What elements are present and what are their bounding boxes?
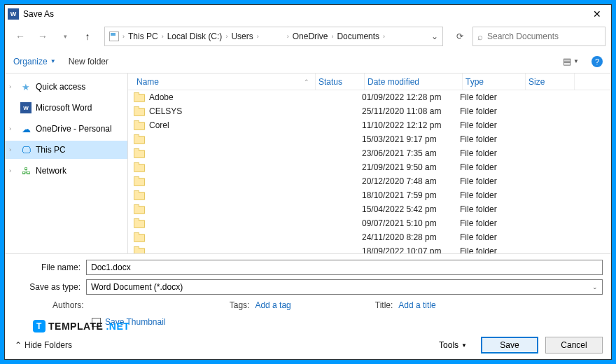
qa-icon: ★ — [20, 81, 31, 92]
file-date: 24/11/2020 8:28 pm — [362, 232, 460, 242]
file-type: File folder — [460, 232, 523, 242]
folder-icon — [134, 148, 145, 158]
sidebar-item-microsoft-word[interactable]: WMicrosoft Word — [5, 99, 127, 117]
organize-label: Organize — [13, 57, 48, 66]
save-type-select[interactable]: Word Document (*.docx) ⌄ — [86, 279, 603, 295]
word-icon: W — [20, 102, 31, 113]
watermark-icon: T — [33, 320, 46, 332]
chevron-down-icon: ⌄ — [592, 284, 598, 290]
file-row[interactable]: 18/10/2021 7:59 pmFile folder — [128, 188, 611, 202]
folder-icon — [134, 120, 145, 130]
col-status[interactable]: Status — [316, 74, 365, 90]
save-type-label: Save as type: — [15, 282, 86, 292]
sidebar-item-label: This PC — [36, 145, 66, 155]
nav-row: ← → ▾ ↑ › This PC› Local Disk (C:)› User… — [5, 23, 611, 50]
col-date[interactable]: Date modified — [365, 74, 463, 90]
breadcrumb-bar[interactable]: › This PC› Local Disk (C:)› Users› › One… — [104, 27, 443, 46]
folder-icon — [134, 232, 145, 242]
help-icon[interactable]: ? — [592, 56, 603, 67]
search-box[interactable]: ⌕ — [472, 27, 606, 46]
sort-asc-icon: ⌃ — [304, 78, 309, 85]
folder-icon — [134, 218, 145, 228]
file-type: File folder — [460, 204, 523, 214]
breadcrumb-this-pc[interactable]: This PC — [128, 31, 158, 41]
bottom-panel: File name: Save as type: Word Document (… — [5, 253, 611, 359]
file-date: 21/09/2021 9:50 am — [362, 162, 460, 172]
file-date: 15/04/2022 5:42 pm — [362, 204, 460, 214]
expand-icon: › — [9, 83, 16, 90]
col-name[interactable]: Name⌃ — [134, 74, 316, 90]
col-type[interactable]: Type — [463, 74, 526, 90]
recent-chevron-icon[interactable]: ▾ — [55, 27, 75, 46]
close-icon[interactable]: ✕ — [586, 8, 608, 20]
sidebar-item-quick-access[interactable]: ›★Quick access — [5, 78, 127, 96]
tools-menu[interactable]: Tools ▼ — [439, 340, 467, 350]
file-name-input[interactable] — [86, 260, 603, 275]
chevron-down-icon: ▼ — [50, 58, 56, 64]
file-date: 23/06/2021 7:35 am — [362, 148, 460, 158]
breadcrumb-documents[interactable]: Documents — [337, 31, 379, 41]
folder-icon — [134, 106, 145, 116]
nav-forward-icon[interactable]: → — [33, 27, 52, 46]
file-row[interactable]: CELSYS25/11/2020 11:08 amFile folder — [128, 104, 611, 118]
folder-icon — [134, 246, 145, 253]
file-row[interactable]: Corel11/10/2022 12:12 pmFile folder — [128, 118, 611, 132]
save-type-value: Word Document (*.docx) — [91, 282, 183, 292]
file-date: 15/03/2021 9:17 pm — [362, 134, 460, 144]
file-row[interactable]: Adobe01/09/2022 12:28 pmFile folder — [128, 90, 611, 104]
nav-back-icon[interactable]: ← — [10, 27, 30, 46]
folder-icon — [134, 204, 145, 214]
net-icon: 🖧 — [20, 165, 31, 176]
file-row[interactable]: 09/07/2021 5:10 pmFile folder — [128, 216, 611, 230]
file-date: 18/10/2021 7:59 pm — [362, 190, 460, 200]
file-type: File folder — [460, 176, 523, 186]
file-date: 01/09/2022 12:28 pm — [362, 92, 460, 102]
file-row[interactable]: 18/09/2022 10:07 pmFile folder — [128, 244, 611, 253]
file-date: 20/12/2020 7:48 am — [362, 176, 460, 186]
add-title-link[interactable]: Add a title — [398, 300, 435, 310]
expand-icon: › — [9, 146, 16, 153]
sidebar-item-this-pc[interactable]: ›🖵This PC — [5, 141, 127, 159]
file-row[interactable]: 15/04/2022 5:42 pmFile folder — [128, 202, 611, 216]
file-type: File folder — [460, 246, 523, 253]
sidebar-item-network[interactable]: ›🖧Network — [5, 162, 127, 180]
breadcrumb-onedrive[interactable]: OneDrive — [293, 31, 328, 41]
breadcrumb-users[interactable]: Users — [231, 31, 253, 41]
hide-folders-button[interactable]: ⌃ Hide Folders — [15, 340, 72, 350]
file-name-label: File name: — [15, 262, 86, 272]
folder-icon — [134, 162, 145, 172]
sidebar-item-onedrive-personal[interactable]: ›☁OneDrive - Personal — [5, 120, 127, 138]
breadcrumb-drive[interactable]: Local Disk (C:) — [167, 31, 223, 41]
col-size[interactable]: Size — [526, 74, 575, 90]
file-type: File folder — [460, 92, 523, 102]
search-input[interactable] — [487, 31, 601, 41]
file-row[interactable]: 23/06/2021 7:35 amFile folder — [128, 146, 611, 160]
nav-up-icon[interactable]: ↑ — [78, 27, 97, 46]
add-tag-link[interactable]: Add a tag — [255, 300, 290, 310]
sidebar-item-label: OneDrive - Personal — [36, 124, 112, 134]
breadcrumb-dropdown-icon[interactable]: ⌄ — [431, 31, 438, 41]
sidebar-item-label: Network — [36, 166, 66, 176]
organize-menu[interactable]: Organize ▼ — [13, 57, 56, 66]
file-list[interactable]: Adobe01/09/2022 12:28 pmFile folderCELSY… — [128, 90, 611, 253]
file-date: 09/07/2021 5:10 pm — [362, 218, 460, 228]
sidebar: ›★Quick accessWMicrosoft Word›☁OneDrive … — [5, 74, 128, 253]
column-headers: Name⌃ Status Date modified Type Size — [128, 74, 611, 90]
file-row[interactable]: 20/12/2020 7:48 amFile folder — [128, 174, 611, 188]
new-folder-button[interactable]: New folder — [69, 57, 108, 66]
chevron-up-icon: ⌃ — [15, 340, 22, 350]
cancel-button[interactable]: Cancel — [545, 337, 603, 354]
expand-icon: › — [9, 125, 16, 132]
sidebar-item-label: Quick access — [36, 82, 85, 92]
title-label: Title: — [375, 300, 393, 310]
view-options-button[interactable]: ▤ ▼ — [563, 56, 579, 66]
refresh-icon[interactable]: ⟳ — [450, 27, 470, 46]
file-row[interactable]: 21/09/2021 9:50 amFile folder — [128, 160, 611, 174]
chevron-down-icon: ▼ — [461, 342, 467, 349]
file-row[interactable]: 24/11/2020 8:28 pmFile folder — [128, 230, 611, 244]
file-row[interactable]: 15/03/2021 9:17 pmFile folder — [128, 132, 611, 146]
titlebar: W Save As ✕ — [5, 5, 611, 23]
sidebar-item-label: Microsoft Word — [36, 103, 92, 113]
save-button[interactable]: Save — [481, 337, 538, 354]
file-type: File folder — [460, 120, 523, 130]
